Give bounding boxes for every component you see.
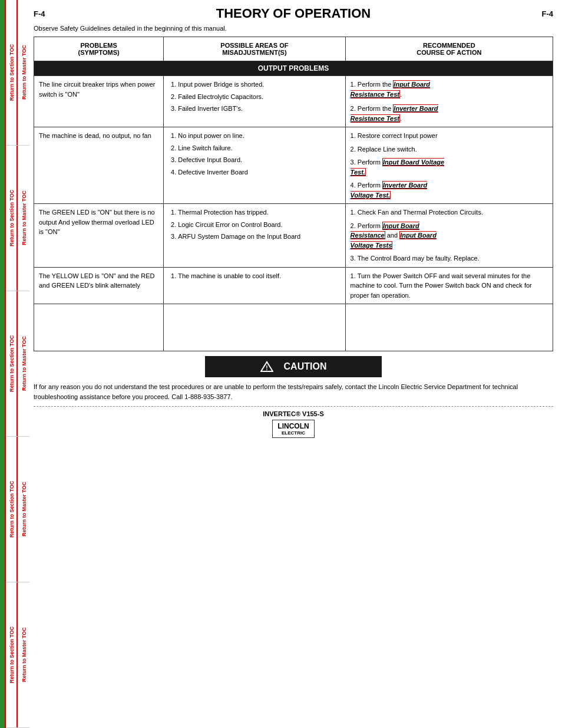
list-item: Input power Bridge is shorted. xyxy=(178,80,340,90)
output-problems-header: OUTPUT PROBLEMS xyxy=(34,61,553,76)
footer-note: If for any reason you do not understand … xyxy=(34,382,553,401)
return-master-tab-3[interactable]: Return to Master TOC xyxy=(18,291,29,436)
side-tab-group-3: Return to Section TOC Return to Master T… xyxy=(6,291,29,437)
side-tab-group-4: Return to Section TOC Return to Master T… xyxy=(6,437,29,582)
header-possible: POSSIBLE AREAS OFMISADJUSTMENT(S) xyxy=(164,37,345,61)
footer-divider xyxy=(34,406,553,407)
side-tab-group-1: Return to Section TOC Return to Master T… xyxy=(6,0,29,146)
return-master-tab-1[interactable]: Return to Master TOC xyxy=(18,0,29,145)
problem-4: The YELLOW LED is "ON" and the RED and G… xyxy=(34,267,164,304)
input-board-voltage-link[interactable]: Input Board VoltageTest. xyxy=(351,158,445,176)
action-item: 3. Perform Input Board VoltageTest. xyxy=(351,157,548,177)
footer-bottom: INVERTEC® V155-S LINCOLN ELECTRIC xyxy=(34,410,553,438)
caution-box: ! CAUTION xyxy=(205,356,382,377)
page-title: THEORY OF OPERATION xyxy=(45,6,542,21)
possible-1: Input power Bridge is shorted. Failed El… xyxy=(164,76,345,127)
action-5 xyxy=(345,304,553,351)
header-action: RECOMMENDEDCOURSE OF ACTION xyxy=(345,37,553,61)
return-section-tab-5[interactable]: Return to Section TOC xyxy=(6,582,18,727)
possible-2: No input power on line. Line Switch fail… xyxy=(164,127,345,204)
problem-2: The machine is dead, no output, no fan xyxy=(34,127,164,204)
table-row: The YELLOW LED is "ON" and the RED and G… xyxy=(34,267,553,304)
return-section-tab-3[interactable]: Return to Section TOC xyxy=(6,291,18,436)
page-num-right: F-4 xyxy=(542,9,554,18)
list-item: Logic Circuit Error on Control Board. xyxy=(178,220,340,230)
left-green-border xyxy=(0,0,5,728)
action-3: 1. Check Fan and Thermal Protection Circ… xyxy=(345,204,553,268)
action-item: 2. Perform Input BoardResistance and Inp… xyxy=(351,221,548,251)
list-item: Defective Inverter Board xyxy=(178,167,340,177)
action-item: 3. The Control Board may be faulty. Repl… xyxy=(351,253,548,263)
side-tab-group-2: Return to Section TOC Return to Master T… xyxy=(6,146,29,291)
possible-3: Thermal Protection has tripped. Logic Ci… xyxy=(164,204,345,268)
list-item: No input power on line. xyxy=(178,131,340,141)
return-section-tab-2[interactable]: Return to Section TOC xyxy=(6,146,18,291)
list-item: Failed Inverter IGBT's. xyxy=(178,104,340,114)
safety-note: Observe Safety Guidelines detailed in th… xyxy=(34,25,553,32)
problem-1: The line circuit breaker trips when powe… xyxy=(34,76,164,127)
page-num-left: F-4 xyxy=(34,9,45,18)
action-item: 1. Perform the Input BoardResistance Tes… xyxy=(351,80,548,99)
return-master-tab-5[interactable]: Return to Master TOC xyxy=(18,582,29,727)
return-master-tab-4[interactable]: Return to Master TOC xyxy=(18,437,29,582)
return-section-tab-1[interactable]: Return to Section TOC xyxy=(6,0,18,145)
list-item: Defective Input Board. xyxy=(178,155,340,165)
table-row xyxy=(34,304,553,351)
logo-name: LINCOLN xyxy=(277,422,309,430)
page-header: F-4 THEORY OF OPERATION F-4 xyxy=(34,6,553,21)
input-board-resistance-link[interactable]: Input BoardResistance Test xyxy=(351,80,430,98)
inverter-board-voltage-link[interactable]: Inverter Board Voltage Test. xyxy=(351,181,428,199)
table-row: The machine is dead, no output, no fan N… xyxy=(34,127,553,204)
caution-container: ! CAUTION xyxy=(34,356,553,377)
return-master-tab-2[interactable]: Return to Master TOC xyxy=(18,146,29,291)
list-item: ARFU System Damage on the Input Board xyxy=(178,232,340,242)
action-2: 1. Restore correct Input power 2. Replac… xyxy=(345,127,553,204)
problem-5 xyxy=(34,304,164,351)
table-row: The line circuit breaker trips when powe… xyxy=(34,76,553,127)
list-item: Line Switch failure. xyxy=(178,143,340,153)
side-tab-group-5: Return to Section TOC Return to Master T… xyxy=(6,582,29,728)
caution-label: CAUTION xyxy=(284,361,327,372)
return-section-tab-4[interactable]: Return to Section TOC xyxy=(6,437,18,582)
action-1: 1. Perform the Input BoardResistance Tes… xyxy=(345,76,553,127)
action-item: 1. Restore correct Input power xyxy=(351,131,548,141)
inverter-board-resistance-link[interactable]: Inverter BoardResistance Test xyxy=(351,104,438,123)
problem-3: The GREEN LED is "ON" but there is no ou… xyxy=(34,204,164,268)
action-4: 1. Turn the Power Switch OFF and wait se… xyxy=(345,267,553,304)
main-content: F-4 THEORY OF OPERATION F-4 Observe Safe… xyxy=(25,0,562,444)
list-item: Failed Electrolytic Capacitors. xyxy=(178,92,340,102)
action-item: 2. Replace Line switch. xyxy=(351,144,548,154)
output-problems-header-row: OUTPUT PROBLEMS xyxy=(34,61,553,76)
table-row: The GREEN LED is "ON" but there is no ou… xyxy=(34,204,553,268)
main-table: PROBLEMS(SYMPTOMS) POSSIBLE AREAS OFMISA… xyxy=(34,37,553,351)
action-item: 4. Perform Inverter Board Voltage Test. xyxy=(351,180,548,200)
header-problems: PROBLEMS(SYMPTOMS) xyxy=(34,37,164,61)
lincoln-logo: LINCOLN ELECTRIC xyxy=(272,420,314,438)
product-name: INVERTEC® V155-S xyxy=(34,410,553,417)
possible-4: The machine is unable to cool itself. xyxy=(164,267,345,304)
logo-sub: ELECTRIC xyxy=(277,430,309,436)
possible-5 xyxy=(164,304,345,351)
side-tabs-container: Return to Section TOC Return to Master T… xyxy=(6,0,29,728)
list-item: The machine is unable to cool itself. xyxy=(178,271,340,281)
action-item: 2. Perform the Inverter BoardResistance … xyxy=(351,104,548,123)
warning-triangle-icon: ! xyxy=(260,361,273,373)
action-item: 1. Turn the Power Switch OFF and wait se… xyxy=(351,271,548,301)
svg-text:!: ! xyxy=(266,365,267,371)
list-item: Thermal Protection has tripped. xyxy=(178,207,340,218)
action-item: 1. Check Fan and Thermal Protection Circ… xyxy=(351,207,548,218)
caution-triangle-icon: ! xyxy=(260,361,273,373)
